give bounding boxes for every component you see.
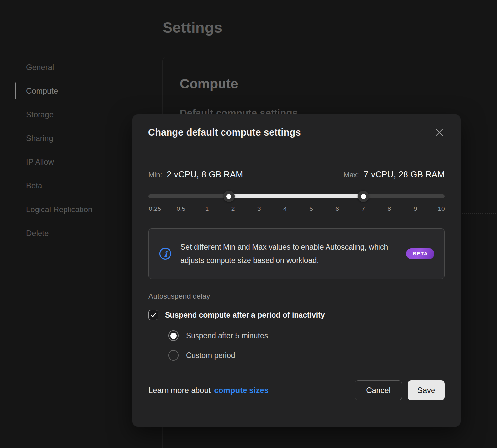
sidebar-item-sharing[interactable]: Sharing bbox=[26, 132, 95, 145]
compute-card-heading: Compute bbox=[180, 76, 497, 92]
autoscaling-info-box: i Set different Min and Max values to en… bbox=[148, 228, 445, 279]
compute-size-slider bbox=[148, 191, 445, 202]
modal-body: Min: 2 vCPU, 8 GB RAM Max: 7 vCPU, 28 GB… bbox=[132, 169, 461, 400]
suspend-compute-checkbox[interactable] bbox=[148, 310, 158, 320]
slider-tick-labels: 0.250.512345678910 bbox=[148, 205, 445, 214]
compute-sizes-link[interactable]: compute sizes bbox=[214, 386, 268, 395]
close-icon[interactable] bbox=[434, 127, 445, 138]
radio-label[interactable]: Custom period bbox=[186, 351, 235, 360]
sidebar-item-storage[interactable]: Storage bbox=[26, 108, 95, 121]
change-compute-settings-modal: Change default compute settings Min: 2 v… bbox=[132, 114, 461, 427]
slider-min-handle[interactable] bbox=[223, 191, 235, 202]
svg-text:i: i bbox=[164, 249, 168, 259]
footer-buttons: Cancel Save bbox=[355, 380, 445, 400]
autosuspend-delay-label: Autosuspend delay bbox=[148, 292, 445, 301]
sidebar-item-compute[interactable]: Compute bbox=[26, 84, 95, 98]
radio-row-custom-period[interactable]: Custom period bbox=[168, 350, 445, 361]
slider-tick-label: 4 bbox=[283, 205, 287, 212]
suspend-compute-checkbox-label[interactable]: Suspend compute after a period of inacti… bbox=[165, 311, 325, 320]
slider-tick-label: 1 bbox=[205, 205, 209, 212]
slider-tick-label: 6 bbox=[335, 205, 339, 212]
slider-tick-label: 5 bbox=[309, 205, 313, 212]
page-title: Settings bbox=[163, 19, 222, 36]
slider-max-handle[interactable] bbox=[358, 191, 369, 202]
cancel-button[interactable]: Cancel bbox=[355, 380, 402, 400]
slider-tick-label: 2 bbox=[231, 205, 235, 212]
radio-row-suspend-after-5-minutes[interactable]: Suspend after 5 minutes bbox=[168, 330, 445, 341]
min-compute-group: Min: 2 vCPU, 8 GB RAM bbox=[148, 169, 243, 180]
max-value: 7 vCPU, 28 GB RAM bbox=[364, 169, 445, 180]
max-compute-group: Max: 7 vCPU, 28 GB RAM bbox=[343, 169, 445, 180]
sidebar-item-ip-allow[interactable]: IP Allow bbox=[26, 155, 95, 169]
radio-unselected-icon[interactable] bbox=[168, 350, 179, 361]
beta-badge: BETA bbox=[406, 248, 434, 259]
suspend-compute-checkbox-row[interactable]: Suspend compute after a period of inacti… bbox=[148, 310, 445, 320]
slider-tick-label: 3 bbox=[257, 205, 261, 212]
sidebar-item-logical-replication[interactable]: Logical Replication bbox=[26, 203, 95, 216]
slider-tick-label: 8 bbox=[388, 205, 391, 212]
radio-label[interactable]: Suspend after 5 minutes bbox=[186, 331, 268, 340]
slider-tick-label: 10 bbox=[438, 205, 445, 212]
save-button[interactable]: Save bbox=[408, 380, 445, 400]
info-icon: i bbox=[159, 247, 172, 260]
slider-tick-label: 0.5 bbox=[177, 205, 185, 212]
radio-selected-icon[interactable] bbox=[168, 330, 179, 341]
slider-selected-range[interactable] bbox=[229, 194, 364, 198]
min-label: Min: bbox=[148, 171, 162, 179]
sidebar-item-beta[interactable]: Beta bbox=[26, 179, 95, 192]
autosuspend-radio-group: Suspend after 5 minutesCustom period bbox=[168, 330, 445, 361]
minmax-row: Min: 2 vCPU, 8 GB RAM Max: 7 vCPU, 28 GB… bbox=[148, 169, 445, 180]
autoscaling-info-text: Set different Min and Max values to enab… bbox=[180, 240, 398, 267]
modal-title: Change default compute settings bbox=[148, 127, 301, 138]
learn-more-text: Learn more about bbox=[148, 386, 211, 395]
modal-footer: Learn more about compute sizes Cancel Sa… bbox=[148, 380, 445, 400]
checkmark-icon bbox=[150, 312, 157, 318]
settings-sidebar-nav: GeneralComputeStorageSharingIP AllowBeta… bbox=[16, 56, 95, 254]
modal-header: Change default compute settings bbox=[132, 114, 461, 151]
min-value: 2 vCPU, 8 GB RAM bbox=[167, 169, 243, 180]
sidebar-item-general[interactable]: General bbox=[26, 61, 95, 74]
slider-tick-label: 0.25 bbox=[149, 205, 161, 212]
sidebar-item-delete[interactable]: Delete bbox=[26, 227, 95, 240]
slider-tick-label: 7 bbox=[361, 205, 365, 212]
max-label: Max: bbox=[343, 171, 359, 179]
slider-tick-label: 9 bbox=[414, 205, 417, 212]
